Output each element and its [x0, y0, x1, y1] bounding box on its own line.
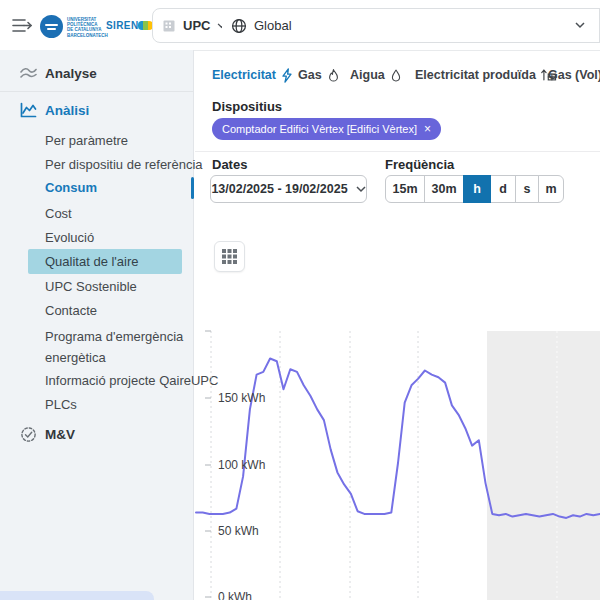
- y-axis-ticks: [205, 331, 211, 597]
- cookie-banner-peek[interactable]: [0, 591, 154, 600]
- weekend-shading-band: [487, 331, 600, 600]
- y-tick-label-150: 150 kWh: [218, 391, 265, 405]
- y-tick-label-0: 0 kWh: [218, 590, 252, 600]
- sirena-dashboard: UNIVERSITAT POLITÈCNICA DE CATALUNYA BAR…: [0, 0, 600, 600]
- y-tick-label-50: 50 kWh: [218, 524, 259, 538]
- consumption-chart[interactable]: [0, 0, 600, 600]
- y-tick-label-100: 100 kWh: [218, 458, 265, 472]
- freq-h-button[interactable]: h: [463, 175, 491, 203]
